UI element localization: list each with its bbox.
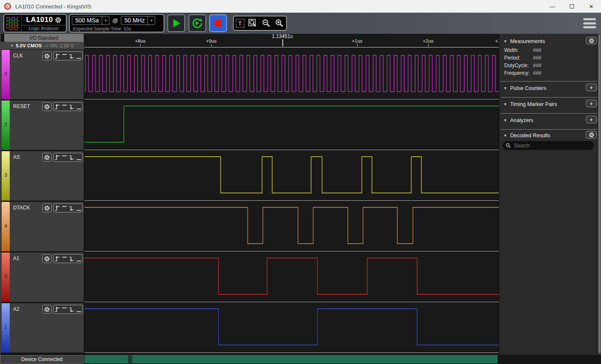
trigger-high-level-icon[interactable] xyxy=(62,154,68,161)
channel-settings-button[interactable] xyxy=(42,52,52,60)
trigger-high-level-icon[interactable] xyxy=(62,53,68,60)
maximize-button[interactable] xyxy=(562,0,582,13)
collapse-arrow-icon: ▼ xyxy=(503,102,507,106)
zoom-out-button[interactable] xyxy=(262,19,271,28)
channel-block-a2[interactable]: 1 A2 xyxy=(0,303,84,353)
trigger-low-level-icon[interactable] xyxy=(76,255,82,262)
sample-rate-value: 500 MSa xyxy=(72,17,102,24)
horizontal-scrollbar-handle[interactable] xyxy=(128,356,132,363)
add-timing-marker-pair-button[interactable]: + xyxy=(586,100,597,107)
trigger-falling-edge-icon[interactable] xyxy=(69,255,75,262)
channel-block-dtack[interactable]: 4 DTACK xyxy=(0,202,84,251)
sample-rate-select[interactable]: 500 MSa ▼ xyxy=(72,16,109,25)
dropdown-arrow-icon[interactable]: ▼ xyxy=(148,16,155,25)
pulse-counters-section-header[interactable]: ▼ Pulse Counters xyxy=(503,84,546,92)
decoded-results-section-header[interactable]: ▼ Decoded Results xyxy=(503,131,550,140)
channel-block-as[interactable]: 3 AS xyxy=(0,151,84,201)
analyzers-section-header[interactable]: ▼ Analyzers xyxy=(503,116,533,125)
device-badge[interactable]: LA1010 Logic Analyzer xyxy=(3,14,67,33)
trigger-rising-edge-icon[interactable] xyxy=(55,53,60,60)
trigger-low-level-icon[interactable] xyxy=(76,154,82,161)
measurements-settings-button[interactable] xyxy=(586,37,597,44)
channel-block-clk[interactable]: 0 CLK xyxy=(0,50,84,99)
timeline-center-tick xyxy=(282,39,283,46)
trigger-rising-edge-icon[interactable] xyxy=(55,205,60,212)
channel-settings-button[interactable] xyxy=(42,305,52,314)
waveform-a2[interactable] xyxy=(85,303,499,353)
waveform-a1[interactable] xyxy=(85,253,499,302)
device-type-label: Logic Analyzer xyxy=(22,25,66,32)
menu-button[interactable] xyxy=(583,16,596,30)
channel-block-a1[interactable]: 5 A1 xyxy=(0,253,84,302)
start-capture-button[interactable] xyxy=(167,14,185,32)
minimize-button[interactable]: — xyxy=(543,0,562,13)
channel-color-bar: 0 xyxy=(2,50,10,99)
trigger-high-level-icon[interactable] xyxy=(62,306,68,313)
horizontal-scrollbar[interactable] xyxy=(85,355,497,363)
trigger-rising-edge-icon[interactable] xyxy=(55,255,60,262)
trigger-rising-edge-icon[interactable] xyxy=(55,306,60,313)
channel-color-bar: 1 xyxy=(2,303,10,353)
decoded-results-search-input[interactable] xyxy=(503,141,594,150)
window-title: LA1010 Connected - KingstVIS xyxy=(15,3,91,10)
stop-capture-button[interactable] xyxy=(209,14,227,32)
trigger-high-level-icon[interactable] xyxy=(62,103,68,110)
channel-settings-button[interactable] xyxy=(42,102,52,111)
trigger-falling-edge-icon[interactable] xyxy=(69,205,75,212)
channel-trigger-buttons[interactable] xyxy=(53,52,83,60)
trigger-high-level-icon[interactable] xyxy=(62,255,68,262)
loop-capture-button[interactable] xyxy=(188,14,206,32)
section-title: Decoded Results xyxy=(510,133,550,139)
trigger-low-level-icon[interactable] xyxy=(76,53,82,60)
dropdown-arrow-icon[interactable]: ▼ xyxy=(102,16,109,25)
zoom-selection-button[interactable] xyxy=(248,19,257,28)
decoded-results-settings-button[interactable] xyxy=(586,131,597,139)
hamburger-icon xyxy=(583,18,596,20)
zoom-in-button[interactable] xyxy=(275,19,284,28)
stop-icon xyxy=(215,20,221,27)
trigger-rising-edge-icon[interactable] xyxy=(55,154,60,161)
waveform-clk[interactable] xyxy=(85,50,499,99)
panel-scrollbar-handle[interactable] xyxy=(598,35,601,353)
measurement-value: ### xyxy=(533,55,541,61)
channel-trigger-buttons[interactable] xyxy=(53,102,83,111)
trigger-rising-edge-icon[interactable] xyxy=(55,103,60,110)
panel-scrollbar[interactable] xyxy=(598,34,601,355)
sample-clock-select[interactable]: 50 MHz ▼ xyxy=(121,16,155,25)
channel-trigger-buttons[interactable] xyxy=(53,254,83,263)
measurement-value: ### xyxy=(533,62,541,68)
trigger-falling-edge-icon[interactable] xyxy=(69,154,75,161)
device-settings-gear-icon[interactable] xyxy=(55,17,61,23)
io-standard-selector[interactable]: ▼ 5.0V CMOS -> Vth: 2.50 V xyxy=(0,42,84,49)
trigger-low-level-icon[interactable] xyxy=(76,205,82,212)
waveform-dtack[interactable] xyxy=(85,202,499,251)
section-divider xyxy=(501,97,597,98)
trigger-falling-edge-icon[interactable] xyxy=(69,53,75,60)
measurements-section-header[interactable]: ▼ Measurements xyxy=(503,37,545,46)
trigger-tool-button[interactable]: T xyxy=(236,19,244,27)
trigger-falling-edge-icon[interactable] xyxy=(69,306,75,313)
channel-number: 1 xyxy=(2,324,10,330)
collapse-arrow-icon: ▼ xyxy=(503,118,507,122)
add-pulse-counter-button[interactable]: + xyxy=(586,84,597,91)
timeline-ruler[interactable]: +8us+9us+1us+2us+3us 1.13451s xyxy=(85,34,499,46)
collapse-arrow-icon: ▼ xyxy=(503,133,507,138)
channel-block-reset[interactable]: 2 RESET xyxy=(0,101,84,150)
close-button[interactable]: ✕ xyxy=(582,0,601,13)
channel-settings-button[interactable] xyxy=(42,254,52,263)
io-vth-value: -> Vth: 2.50 V xyxy=(44,43,74,48)
channel-trigger-buttons[interactable] xyxy=(53,204,83,212)
waveform-as[interactable] xyxy=(85,151,499,201)
waveform-reset[interactable] xyxy=(85,101,499,150)
trigger-low-level-icon[interactable] xyxy=(76,306,82,313)
timing-marker-pairs-section-header[interactable]: ▼ Timing Marker Pairs xyxy=(503,100,557,109)
channel-trigger-buttons[interactable] xyxy=(53,153,83,162)
section-title: Pulse Counters xyxy=(510,85,546,91)
trigger-falling-edge-icon[interactable] xyxy=(69,103,75,110)
channel-trigger-buttons[interactable] xyxy=(53,305,83,314)
channel-settings-button[interactable] xyxy=(42,153,52,162)
trigger-high-level-icon[interactable] xyxy=(62,205,68,212)
trigger-low-level-icon[interactable] xyxy=(76,103,82,110)
add-analyzer-button[interactable]: + xyxy=(586,116,597,123)
channel-settings-button[interactable] xyxy=(42,204,52,212)
